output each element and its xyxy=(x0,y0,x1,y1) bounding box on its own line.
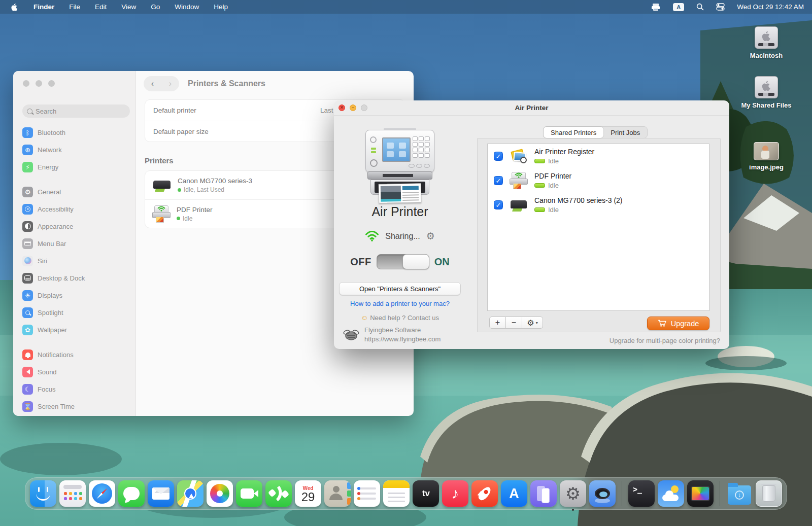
desktop-icon-macintosh[interactable]: Macintosh xyxy=(733,26,799,59)
image-thumbnail xyxy=(754,142,779,160)
sidebar-item-spotlight[interactable]: Spotlight xyxy=(18,304,131,321)
forward-button[interactable]: › xyxy=(169,79,172,88)
zoom-button[interactable] xyxy=(48,80,55,87)
dock-safari[interactable] xyxy=(89,480,115,507)
dock-downloads-folder[interactable]: ↓ xyxy=(726,480,753,507)
sidebar-item-displays[interactable]: ☀Displays xyxy=(18,287,131,304)
spotlight-search-icon[interactable] xyxy=(696,3,704,11)
toggle-knob[interactable] xyxy=(402,254,429,269)
menu-item-help[interactable]: Help xyxy=(214,3,228,11)
upgrade-footnote[interactable]: Upgrade for multi-page color printing? xyxy=(610,337,720,344)
checkbox-checked[interactable]: ✓ xyxy=(494,152,503,161)
menu-item-go[interactable]: Go xyxy=(151,3,160,11)
dock-iphone-mirroring[interactable] xyxy=(530,480,557,507)
vendor-url[interactable]: https://www.flyingbee.com xyxy=(364,335,441,343)
input-source-icon[interactable]: A xyxy=(673,3,684,11)
sidebar-item-notifications[interactable]: Notifications xyxy=(18,346,131,363)
sidebar-item-screen-time[interactable]: ⌛Screen Time xyxy=(18,398,131,415)
dock-system-settings[interactable]: ⚙ xyxy=(560,480,586,507)
menu-app-name[interactable]: Finder xyxy=(33,3,54,11)
sharing-toggle[interactable] xyxy=(377,254,429,269)
bluetooth-icon: ᛒ xyxy=(22,127,33,138)
sidebar-item-wallpaper[interactable]: ✿Wallpaper xyxy=(18,321,131,338)
dock-reminders[interactable] xyxy=(354,480,380,507)
dock-tv[interactable]: tv xyxy=(413,480,439,507)
sidebar-item-network[interactable]: ⊕Network xyxy=(18,141,131,158)
idle-pill xyxy=(534,207,545,212)
sidebar-item-bluetooth[interactable]: ᛒBluetooth xyxy=(18,124,131,141)
sidebar-item-menu-bar[interactable]: Menu Bar xyxy=(18,235,131,252)
dock-rocket-app[interactable] xyxy=(471,480,498,507)
upgrade-button[interactable]: Upgrade xyxy=(647,317,709,330)
dock-phone[interactable] xyxy=(265,480,292,507)
idle-pill xyxy=(534,183,545,188)
sidebar-item-siri[interactable]: Siri xyxy=(18,252,131,269)
menu-item-file[interactable]: File xyxy=(69,3,80,11)
dock-terminal[interactable]: >_ xyxy=(628,480,655,507)
remove-button[interactable]: − xyxy=(505,317,522,329)
printer-illustration xyxy=(365,128,434,203)
sidebar-item-energy[interactable]: ⚡Energy xyxy=(18,158,131,176)
sidebar-item-appearance[interactable]: Appearance xyxy=(18,218,131,235)
tab-print-jobs[interactable]: Print Jobs xyxy=(603,127,647,138)
dock-media-viewer[interactable] xyxy=(687,480,714,507)
menu-item-view[interactable]: View xyxy=(121,3,136,11)
minimize-button[interactable] xyxy=(36,80,42,87)
add-button[interactable]: + xyxy=(489,317,506,329)
list-item-pdf-printer[interactable]: ✓ PDF Printer Idle xyxy=(488,168,709,193)
back-button[interactable]: ‹ xyxy=(151,79,154,88)
desktop: Finder File Edit View Go Window Help A W… xyxy=(0,0,812,526)
sidebar-item-accessibility[interactable]: Accessibility xyxy=(18,200,131,218)
sidebar-label: Energy xyxy=(38,163,58,171)
dock-magnifier-app[interactable] xyxy=(589,480,616,507)
dock-photos[interactable] xyxy=(207,480,233,507)
sidebar-item-sound[interactable]: Sound xyxy=(18,363,131,380)
title-bar[interactable]: ✕ – Air Printer xyxy=(334,100,729,116)
dock-finder[interactable] xyxy=(30,480,56,507)
desktop-icon-my-shared-files[interactable]: My Shared Files xyxy=(733,76,799,109)
printer-status-icon[interactable] xyxy=(651,3,661,11)
sidebar-label: Accessibility xyxy=(38,205,74,213)
control-center-icon[interactable] xyxy=(716,3,725,11)
dock-music[interactable]: ♪ xyxy=(442,480,468,507)
dock-messages[interactable] xyxy=(118,480,145,507)
menu-clock[interactable]: Wed Oct 29 12:42 AM xyxy=(737,3,804,11)
tab-control[interactable]: Shared Printers Print Jobs xyxy=(543,126,648,138)
menu-item-window[interactable]: Window xyxy=(175,3,199,11)
status-dot xyxy=(178,188,181,192)
shared-printers-list[interactable]: ✓ Air Printer Register Idle ✓ PDF Printe… xyxy=(487,144,709,311)
sidebar-label: Notifications xyxy=(38,351,74,359)
nav-buttons[interactable]: ‹ › xyxy=(144,76,179,91)
sharing-settings-gear-icon[interactable]: ⚙ xyxy=(426,230,435,242)
open-printers-scanners-button[interactable]: Open "Printers & Scanners" xyxy=(339,282,461,295)
list-item-air-printer-register[interactable]: ✓ Air Printer Register Idle xyxy=(488,144,709,168)
dock-maps[interactable] xyxy=(177,480,204,507)
tab-shared-printers[interactable]: Shared Printers xyxy=(544,127,603,138)
dock-facetime[interactable] xyxy=(236,480,262,507)
dock-app-store[interactable]: A xyxy=(501,480,527,507)
dock-contacts[interactable] xyxy=(324,480,351,507)
dock-trash[interactable] xyxy=(756,480,782,507)
list-item-canon[interactable]: ✓ Canon MG7700 series-3 (2) Idle xyxy=(488,193,709,217)
sidebar-item-general[interactable]: ⚙General xyxy=(18,183,131,200)
sidebar-item-focus[interactable]: ☾Focus xyxy=(18,380,131,398)
dock-launchpad[interactable] xyxy=(59,480,86,507)
settings-search-field[interactable] xyxy=(22,104,130,118)
dock-notes[interactable] xyxy=(383,480,410,507)
dock-mail[interactable] xyxy=(148,480,174,507)
search-input[interactable] xyxy=(36,108,112,115)
actions-gear-button[interactable]: ⚙▾ xyxy=(522,317,543,329)
contact-us-line[interactable]: ☺ Need help ? Contact us xyxy=(334,313,466,322)
apple-menu-icon[interactable] xyxy=(11,3,19,11)
window-controls[interactable] xyxy=(23,80,55,87)
how-to-add-printer-link[interactable]: How to add a printer to your mac? xyxy=(334,300,466,307)
close-button[interactable] xyxy=(23,80,29,87)
sidebar-item-desktop-dock[interactable]: Desktop & Dock xyxy=(18,269,131,287)
desktop-icon-image-jpeg[interactable]: image.jpeg xyxy=(733,142,799,171)
checkbox-checked[interactable]: ✓ xyxy=(494,200,503,209)
dock-weather[interactable] xyxy=(658,480,684,507)
menu-item-edit[interactable]: Edit xyxy=(95,3,107,11)
dock-calendar[interactable]: Wed29 xyxy=(295,480,321,507)
pdf-printer-icon xyxy=(152,205,171,223)
checkbox-checked[interactable]: ✓ xyxy=(494,176,503,185)
